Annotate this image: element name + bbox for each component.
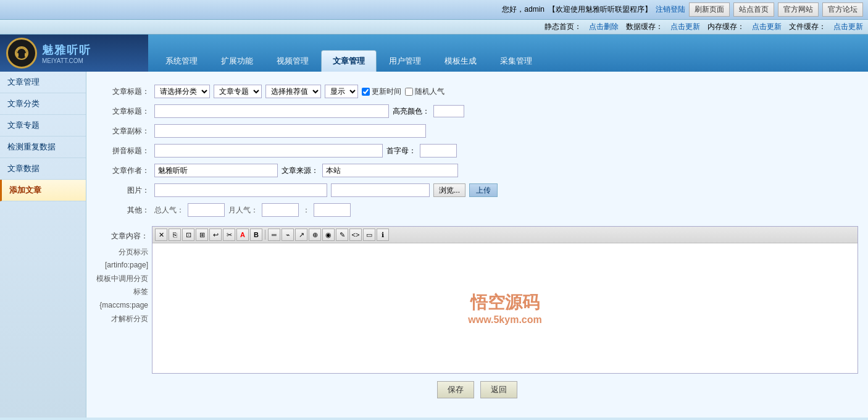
logout-link[interactable]: 注销登陆: [656, 4, 685, 15]
nav-item-system[interactable]: 系统管理: [154, 51, 209, 72]
title-label: 文章标题：: [96, 82, 152, 101]
first-letter-input[interactable]: [420, 144, 457, 158]
save-button[interactable]: 保存: [437, 381, 474, 398]
author-input[interactable]: [154, 164, 278, 177]
form-row-title1: 文章标题： 请选择分类 文章专题 选择推荐值 显示: [96, 82, 858, 101]
toolbar-bold[interactable]: B: [250, 229, 262, 241]
content-label-col: 文章内容： 分页标示[artinfo:page] 模板中调用分页标签{maccm…: [96, 224, 152, 374]
static-home-label: 静态首页：: [545, 22, 582, 32]
nav-item-user[interactable]: 用户管理: [378, 51, 432, 72]
random-popularity-label: 随机人气: [405, 86, 444, 97]
nav-item-collect[interactable]: 采集管理: [489, 51, 543, 72]
nav-area: 系统管理 扩展功能 视频管理 文章管理 用户管理 模板生成 采集管理: [148, 35, 868, 72]
week-sep-label: ：: [303, 205, 310, 216]
update-time-label: 更新时间: [362, 86, 401, 97]
toolbar-link2[interactable]: ↗: [295, 229, 307, 241]
sidebar-item-article-category[interactable]: 文章分类: [0, 93, 86, 115]
back-button[interactable]: 返回: [480, 381, 517, 398]
top-bar-right: 您好，admin 【欢迎使用魅雅听听联盟程序】 注销登陆 刷新页面 站点首页 官…: [502, 2, 863, 17]
image-path1-input[interactable]: [154, 183, 327, 197]
toolbar-copy[interactable]: ⎘: [169, 229, 181, 241]
image-label: 图片：: [96, 180, 152, 200]
toolbar-media[interactable]: ◉: [322, 229, 335, 241]
highlight-color-input[interactable]: [433, 105, 464, 117]
svg-rect-2: [25, 53, 27, 57]
watermark-url: www.5kym.com: [468, 314, 541, 326]
main-layout: 文章管理 文章分类 文章专题 检测重复数据 文章数据 添加文章 文章标题： 请选…: [0, 72, 868, 418]
article-title-input[interactable]: [154, 104, 389, 118]
upload-button[interactable]: 上传: [469, 183, 498, 197]
click-update1-link[interactable]: 点击更新: [670, 22, 700, 32]
toolbar-paste[interactable]: ⊡: [182, 229, 194, 241]
source-input[interactable]: [322, 164, 458, 177]
total-popularity-input[interactable]: [188, 203, 225, 217]
site-home-button[interactable]: 站点首页: [733, 2, 774, 17]
update-time-checkbox[interactable]: [362, 88, 370, 96]
editor-body[interactable]: 悟空源码 www.5kym.com: [152, 243, 858, 373]
form-row-subtitle: 文章副标：: [96, 121, 858, 141]
logo-area: 魅雅听听 MEIYATT.COM: [0, 35, 148, 72]
pinyin-input[interactable]: [154, 144, 383, 158]
logo-icon: [6, 38, 37, 69]
sidebar-item-add-article[interactable]: 添加文章: [0, 180, 86, 201]
toolbar-scissors[interactable]: ✂: [223, 229, 235, 241]
week-popularity-input[interactable]: [314, 203, 351, 217]
title-controls: 请选择分类 文章专题 选择推荐值 显示 更新时间: [152, 82, 858, 101]
static-bar: 静态首页： 点击删除 数据缓存： 点击更新 内存缓存： 点击更新 文件缓存： 点…: [0, 20, 868, 35]
refresh-button[interactable]: 刷新页面: [689, 2, 730, 17]
toolbar-code[interactable]: <>: [349, 229, 362, 241]
toolbar-rect[interactable]: ▭: [363, 229, 375, 241]
nav-item-template[interactable]: 模板生成: [433, 51, 488, 72]
click-delete-link[interactable]: 点击删除: [589, 22, 619, 32]
toolbar-hr[interactable]: ═: [268, 229, 280, 241]
nav-item-video[interactable]: 视频管理: [265, 51, 320, 72]
sidebar-item-article-topic[interactable]: 文章专题: [0, 115, 86, 136]
content-area: 文章标题： 请选择分类 文章专题 选择推荐值 显示: [86, 72, 868, 418]
random-popularity-checkbox[interactable]: [405, 88, 413, 96]
toolbar-divider1: [265, 230, 265, 240]
official-forum-button[interactable]: 官方论坛: [822, 2, 863, 17]
svg-rect-1: [16, 53, 19, 57]
other-label: 其他：: [96, 200, 152, 220]
click-update2-link[interactable]: 点击更新: [752, 22, 782, 32]
toolbar-font-color[interactable]: A: [236, 229, 249, 241]
content-editor-col: ✕ ⎘ ⊡ ⊞ ↩ ✂ A B ═ ⌁ ↗ ⊕ ◉ ✎: [152, 224, 858, 374]
toolbar-cut[interactable]: ✕: [155, 229, 167, 241]
official-site-button[interactable]: 官方网站: [778, 2, 819, 17]
nav-item-extend[interactable]: 扩展功能: [210, 51, 264, 72]
month-popularity-input[interactable]: [262, 203, 299, 217]
watermark-text: 悟空源码: [468, 291, 541, 314]
topic-select[interactable]: 文章专题: [214, 85, 262, 98]
watermark: 悟空源码 www.5kym.com: [468, 291, 541, 326]
form-row-author: 文章作者： 文章来源：: [96, 161, 858, 180]
brand-name: 魅雅听听: [42, 43, 91, 57]
recommend-select[interactable]: 选择推荐值: [265, 85, 321, 98]
sidebar-item-check-duplicate[interactable]: 检测重复数据: [0, 136, 86, 158]
toolbar-edit[interactable]: ✎: [336, 229, 348, 241]
form-table: 文章标题： 请选择分类 文章专题 选择推荐值 显示: [96, 82, 858, 220]
click-update3-link[interactable]: 点击更新: [833, 22, 863, 32]
top-bar: 您好，admin 【欢迎使用魅雅听听联盟程序】 注销登陆 刷新页面 站点首页 官…: [0, 0, 868, 20]
toolbar-info[interactable]: ℹ: [377, 229, 389, 241]
pinyin-controls: 首字母：: [152, 141, 858, 161]
welcome-text: 【欢迎使用魅雅听听联盟程序】: [548, 4, 652, 15]
sidebar-item-article-mgmt[interactable]: 文章管理: [0, 72, 86, 93]
file-cache-label: 文件缓存：: [789, 22, 826, 32]
show-select[interactable]: 显示: [325, 85, 358, 98]
form-row-article-title: 文章标题： 高亮颜色：: [96, 101, 858, 121]
subtitle-input[interactable]: [154, 124, 426, 138]
bottom-buttons: 保存 返回: [96, 381, 858, 398]
browse-button[interactable]: 浏览...: [433, 183, 465, 197]
month-pop-label: 月人气：: [228, 205, 258, 216]
headphone-icon: [13, 44, 30, 62]
nav-item-article[interactable]: 文章管理: [321, 50, 377, 72]
toolbar-undo[interactable]: ↩: [209, 229, 222, 241]
category-select[interactable]: 请选择分类: [154, 85, 210, 98]
sidebar-item-article-data[interactable]: 文章数据: [0, 158, 86, 180]
editor-wrapper: 文章内容： 分页标示[artinfo:page] 模板中调用分页标签{maccm…: [96, 224, 858, 374]
toolbar-image[interactable]: ⊕: [309, 229, 321, 241]
toolbar-link[interactable]: ⌁: [282, 229, 294, 241]
toolbar-paste2[interactable]: ⊞: [196, 229, 208, 241]
image-path2-input[interactable]: [331, 183, 430, 197]
data-cache-label: 数据缓存：: [626, 22, 663, 32]
